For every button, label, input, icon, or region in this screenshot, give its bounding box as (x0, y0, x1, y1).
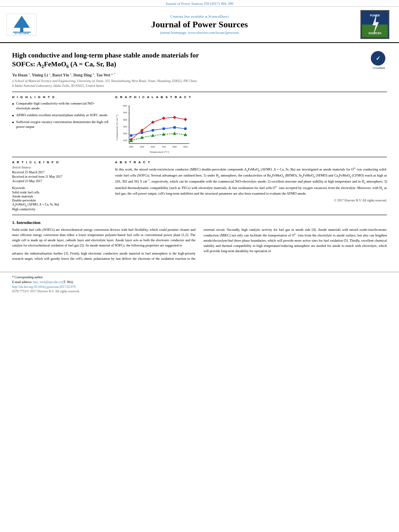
svg-text:500: 500 (123, 111, 128, 114)
svg-text:800: 800 (173, 145, 177, 148)
abstract-heading: A B S T R A C T (115, 160, 387, 164)
elsevier-logo: ELSEVIER (6, 14, 37, 36)
svg-text:SOURCES: SOURCES (368, 32, 382, 35)
power-sources-svg: POWER SOURCES (361, 11, 389, 38)
science-direct-label: Contents lists available at ScienceDirec… (45, 14, 354, 18)
power-sources-logo-area: POWER SOURCES (360, 10, 393, 39)
svg-text:POWER: POWER (370, 14, 380, 17)
svg-rect-43 (152, 129, 154, 131)
svg-text:700: 700 (162, 145, 166, 148)
crossmark-area: ✓ CrossMark (371, 51, 387, 70)
journal-title-area: Contents lists available at ScienceDirec… (45, 14, 354, 35)
crossmark-label: CrossMark (371, 66, 387, 70)
elsevier-svg-logo: ELSEVIER (10, 15, 34, 34)
article-history-label: Article history: (12, 166, 109, 169)
crossmark-logo: ✓ (371, 51, 385, 66)
journal-citation: Journal of Power Sources 359 (2017) 384–… (166, 2, 233, 6)
keywords-section: Keywords: Solid oxide fuel cells Anode m… (12, 186, 109, 211)
svg-rect-44 (162, 127, 165, 130)
science-direct-link-text[interactable]: ScienceDirect (208, 14, 228, 18)
abstract-section: A B S T R A C T In this work, the mixed … (115, 160, 387, 212)
affiliation-a: a School of Material Science and Enginee… (12, 79, 367, 83)
issn-info: 0378-7753/© 2017 Elsevier B.V. All right… (12, 290, 387, 293)
graphical-abstract-section: G R A P H I C A L A B S T R A C T 600 50… (115, 95, 387, 154)
svg-rect-45 (173, 126, 176, 129)
article-info-section: A R T I C L E I N F O Article history: R… (12, 160, 109, 212)
graphical-abstract-heading: G R A P H I C A L A B S T R A C T (115, 95, 387, 99)
svg-rect-46 (184, 127, 187, 130)
introduction-section: 1. Introduction Solid oxide fuel cells (… (12, 215, 387, 266)
svg-text:ELSEVIER: ELSEVIER (14, 33, 29, 34)
keyword-1: Solid oxide fuel cells (12, 191, 109, 194)
svg-text:400: 400 (123, 118, 128, 121)
accepted-date: Accepted 23 May 2017 (12, 179, 109, 183)
article-info-abstract-row: A R T I C L E I N F O Article history: R… (12, 157, 387, 215)
keywords-label: Keywords: (12, 186, 109, 190)
journal-main-title: Journal of Power Sources (45, 19, 354, 30)
svg-text:100: 100 (123, 139, 128, 142)
power-sources-logo: POWER SOURCES (360, 10, 389, 39)
svg-text:500: 500 (140, 145, 144, 148)
revised-date: Received in revised form 11 May 2017 (12, 175, 109, 179)
doi-link[interactable]: http://dx.doi.org/10.1016/j.jpowsour.201… (12, 285, 387, 289)
keyword-4: A2FeMoO6 (AFMO, A = Ca, Sr, Ba) (12, 203, 109, 207)
article-title-section: High conductive and long-term phase stab… (12, 51, 367, 88)
svg-rect-41 (130, 134, 132, 137)
intro-heading: 1. Introduction (12, 220, 387, 225)
highlight-item-3: Sufficient oxygen vacancy concentration … (12, 120, 109, 129)
highlight-item-1: Comparable high conductivity with the co… (12, 101, 109, 111)
svg-text:200: 200 (123, 132, 128, 135)
svg-text:Conductivity (S cm⁻¹): Conductivity (S cm⁻¹) (115, 115, 119, 140)
svg-marker-0 (14, 16, 30, 28)
homepage-url[interactable]: www.elsevier.com/locate/jpowsour (188, 31, 239, 35)
svg-text:✓: ✓ (376, 55, 380, 62)
highlights-heading: H I G H L I G H T S (12, 95, 109, 99)
email-note: E-mail address: mse_weit@ujn.edu.cn (T. … (12, 280, 387, 284)
svg-text:600: 600 (123, 104, 128, 107)
svg-text:600: 600 (151, 145, 155, 148)
article-info-heading: A R T I C L E I N F O (12, 160, 109, 164)
svg-text:400: 400 (129, 145, 134, 148)
intro-body: Solid oxide fuel cells (SOFCs) are elect… (12, 227, 387, 261)
highlights-list: Comparable high conductivity with the co… (12, 101, 109, 129)
svg-rect-42 (141, 131, 143, 134)
authors-line: Yu Huan a, Yining Li a, Baoyi Yin a, Don… (12, 72, 367, 77)
highlight-item-2: AFMO exhibits excellent structural/phase… (12, 113, 109, 118)
svg-rect-1 (20, 28, 23, 32)
keyword-2: Anode materials (12, 195, 109, 198)
received-date: Received 25 March 2017 (12, 170, 109, 174)
article-main-title: High conductive and long-term phase stab… (12, 51, 367, 70)
keyword-5: High conductivity (12, 207, 109, 211)
article-header: High conductive and long-term phase stab… (12, 47, 387, 92)
journal-top-bar: Journal of Power Sources 359 (2017) 384–… (0, 0, 399, 7)
conductivity-chart: 600 500 400 300 200 100 400 500 (115, 101, 195, 154)
svg-text:Temperature (°C): Temperature (°C) (149, 150, 169, 154)
highlights-section: H I G H L I G H T S Comparable high cond… (12, 95, 109, 154)
email-link[interactable]: mse_weit@ujn.edu.cn (33, 280, 62, 284)
main-content: High conductive and long-term phase stab… (0, 43, 399, 270)
corresponding-note: * Corresponding author. (12, 275, 387, 279)
highlights-graphical-row: H I G H L I G H T S Comparable high cond… (12, 92, 387, 157)
abstract-text: In this work, the mixed oxide-ion/electr… (115, 166, 387, 196)
graphical-abstract-chart: 600 500 400 300 200 100 400 500 (115, 101, 195, 154)
crossmark-svg: ✓ (371, 51, 385, 65)
journal-header: ELSEVIER Contents lists available at Sci… (0, 7, 399, 43)
keyword-3: Double-perovskite (12, 199, 109, 202)
journal-homepage: journal homepage: www.elsevier.com/locat… (45, 31, 354, 35)
svg-text:900: 900 (183, 145, 188, 148)
elsevier-logo-container: ELSEVIER (6, 14, 39, 36)
copyright-notice: © 2017 Elsevier B.V. All rights reserved… (115, 199, 387, 202)
affiliation-b: b Idaho National Laboratory, Idaho Falls… (12, 84, 367, 88)
footer: * Corresponding author. E-mail address: … (0, 272, 399, 295)
svg-text:300: 300 (123, 125, 128, 128)
